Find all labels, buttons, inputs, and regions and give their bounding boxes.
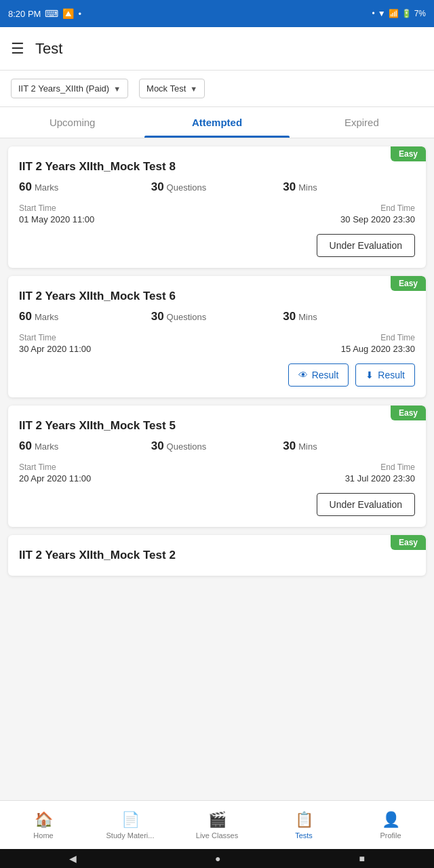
battery-percent: 7% [414, 9, 426, 18]
home-button[interactable]: ● [215, 853, 220, 864]
eye-icon: 👁 [298, 370, 308, 380]
card-actions-mock5: Under Evaluation [19, 493, 415, 516]
easy-badge-mock6: Easy [391, 276, 426, 291]
nav-live-classes[interactable]: 🎬 Live Classes [174, 801, 260, 849]
view-result-button-mock6[interactable]: 👁 Result [288, 363, 349, 387]
tab-expired[interactable]: Expired [290, 107, 434, 138]
keyboard-icon: ⌨ [45, 8, 58, 19]
type-filter-dropdown[interactable]: Mock Test ▼ [139, 79, 205, 98]
card-actions-mock6: 👁 Result ⬇ Result [19, 363, 415, 387]
filter-row: IIT 2 Years_XIIth (Paid) ▼ Mock Test ▼ [0, 71, 434, 107]
back-button[interactable]: ◀ [69, 853, 77, 864]
tests-icon: 📋 [295, 811, 313, 829]
card-stats-mock5: 60 Marks 30 Questions 30 Mins [19, 439, 415, 453]
test-title-mock6: IIT 2 Years XIIth_Mock Test 6 [19, 290, 415, 303]
test-card-mock2: Easy IIT 2 Years XIIth_Mock Test 2 [8, 535, 426, 576]
page-title: Test [35, 40, 62, 58]
profile-icon: 👤 [382, 811, 400, 829]
status-time: 8:20 PM [8, 9, 41, 19]
tabs-bar: Upcoming Attempted Expired [0, 107, 434, 138]
test-list: Easy IIT 2 Years XIIth_Mock Test 8 60 Ma… [0, 138, 434, 630]
signal-icon: 📶 [389, 9, 399, 18]
type-filter-label: Mock Test [146, 83, 186, 94]
tab-attempted[interactable]: Attempted [144, 107, 289, 138]
card-stats-mock8: 60 Marks 30 Questions 30 Mins [19, 180, 415, 194]
type-filter-arrow: ▼ [190, 85, 197, 93]
test-card-mock6: Easy IIT 2 Years XIIth_Mock Test 6 60 Ma… [8, 276, 426, 397]
under-evaluation-button-mock8[interactable]: Under Evaluation [317, 234, 415, 257]
study-icon: 📄 [121, 811, 140, 829]
nav-home[interactable]: 🏠 Home [0, 801, 87, 849]
start-time-block-mock8: Start Time 01 May 2020 11:00 [19, 203, 94, 224]
test-title-mock8: IIT 2 Years XIIth_Mock Test 8 [19, 160, 415, 174]
status-bar-left: 8:20 PM ⌨ 🔼 • [8, 8, 81, 19]
end-time-block-mock8: End Time 30 Sep 2020 23:30 [340, 203, 415, 224]
bottom-nav: 🏠 Home 📄 Study Materi... 🎬 Live Classes … [0, 800, 434, 849]
questions-stat-mock6: 30 Questions [151, 310, 283, 323]
under-evaluation-button-mock5[interactable]: Under Evaluation [317, 493, 415, 516]
easy-badge-mock8: Easy [391, 146, 426, 161]
download-result-button-mock6[interactable]: ⬇ Result [355, 363, 415, 387]
test-title-mock5: IIT 2 Years XIIth_Mock Test 5 [19, 419, 415, 433]
end-time-block-mock5: End Time 31 Jul 2020 23:30 [345, 462, 415, 484]
dot-indicator-right: • [372, 9, 375, 18]
status-bar-right: • ▼ 📶 🔋 7% [372, 9, 426, 18]
home-icon: 🏠 [35, 811, 53, 829]
test-card-mock8: Easy IIT 2 Years XIIth_Mock Test 8 60 Ma… [8, 146, 426, 268]
header: ☰ Test [0, 27, 434, 71]
card-times-mock5: Start Time 20 Apr 2020 11:00 End Time 31… [19, 462, 415, 484]
questions-stat-mock5: 30 Questions [151, 439, 283, 453]
course-filter-arrow: ▼ [113, 85, 121, 93]
marks-stat-mock8: 60 Marks [19, 180, 151, 194]
nav-tests[interactable]: 📋 Tests [260, 801, 347, 849]
easy-badge-mock2: Easy [391, 535, 426, 550]
course-filter-label: IIT 2 Years_XIIth (Paid) [18, 83, 109, 94]
questions-stat-mock8: 30 Questions [151, 180, 283, 194]
start-time-block-mock6: Start Time 30 Apr 2020 11:00 [19, 333, 91, 354]
card-stats-mock6: 60 Marks 30 Questions 30 Mins [19, 310, 415, 323]
marks-stat-mock6: 60 Marks [19, 310, 151, 323]
end-time-block-mock6: End Time 15 Aug 2020 23:30 [341, 333, 415, 354]
easy-badge-mock5: Easy [391, 406, 426, 420]
app-icon: 🔼 [62, 8, 74, 19]
nav-profile[interactable]: 👤 Profile [347, 801, 434, 849]
download-icon: ⬇ [366, 370, 374, 380]
test-card-mock5: Easy IIT 2 Years XIIth_Mock Test 5 60 Ma… [8, 406, 426, 527]
card-times-mock6: Start Time 30 Apr 2020 11:00 End Time 15… [19, 333, 415, 354]
live-classes-icon: 🎬 [208, 811, 226, 829]
android-nav-bar: ◀ ● ■ [0, 849, 434, 868]
card-actions-mock8: Under Evaluation [19, 234, 415, 257]
battery-icon: 🔋 [401, 9, 412, 18]
mins-stat-mock5: 30 Mins [283, 439, 415, 453]
mins-stat-mock6: 30 Mins [283, 310, 415, 323]
recent-button[interactable]: ■ [359, 853, 365, 864]
status-bar: 8:20 PM ⌨ 🔼 • • ▼ 📶 🔋 7% [0, 0, 434, 27]
card-times-mock8: Start Time 01 May 2020 11:00 End Time 30… [19, 203, 415, 224]
mins-stat-mock8: 30 Mins [283, 180, 415, 194]
wifi-icon: ▼ [378, 9, 386, 18]
marks-stat-mock5: 60 Marks [19, 439, 151, 453]
course-filter-dropdown[interactable]: IIT 2 Years_XIIth (Paid) ▼ [11, 79, 128, 98]
hamburger-icon[interactable]: ☰ [11, 40, 24, 58]
nav-study[interactable]: 📄 Study Materi... [87, 801, 174, 849]
tab-upcoming[interactable]: Upcoming [0, 107, 144, 138]
start-time-block-mock5: Start Time 20 Apr 2020 11:00 [19, 462, 91, 484]
dot-indicator: • [78, 9, 81, 19]
test-title-mock2: IIT 2 Years XIIth_Mock Test 2 [19, 549, 415, 562]
